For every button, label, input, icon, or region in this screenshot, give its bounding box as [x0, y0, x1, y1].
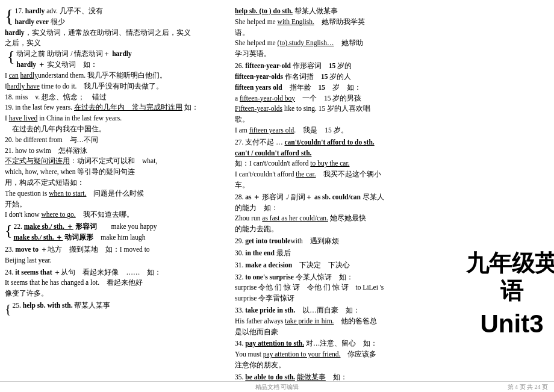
page-container: { 17. hardly adv. 几乎不、没有 hardly ever 很少 … — [0, 0, 554, 392]
footer-center-text: 精品文档 可编辑 — [255, 383, 299, 391]
entry-25-line1: 25. help sb. with sth. 帮某人某事 — [13, 300, 111, 311]
entry-25-content: 25. help sb. with sth. 帮某人某事 — [13, 300, 111, 311]
title-section: 九年级英语 Unit3 — [460, 6, 554, 387]
entry-28: 28. as ＋ 形容词 ./ 副词＋ as sb. could/can 尽某人… — [235, 192, 453, 235]
footer: 精品文档 可编辑 第 4 页 共 24 页 — [0, 381, 554, 392]
entry-help: help sb. (to ) do sth. 帮某人做某事 She helped… — [235, 6, 453, 60]
entry-26-line4: a fifteen-year-old boy 一个 15 岁的男孩 — [235, 93, 453, 104]
entry-34-line2: You must pay attention to your friend. 你… — [235, 349, 453, 360]
entry-17-line5: I can hardlyunderstand them. 我几乎不能听明白他们。 — [5, 70, 224, 81]
brace-22: { — [5, 223, 12, 238]
entry-19: 19. in the last few years. 在过去的几年内 常与完成时… — [5, 102, 224, 113]
entry-26-line3: fifteen years old 指年龄 15 岁 如： — [235, 82, 453, 93]
help-line5: 学习英语。 — [235, 49, 453, 60]
footer-right-text: 第 4 页 共 24 页 — [508, 383, 549, 391]
brace-25: { — [5, 302, 11, 316]
entry-27-line3: 如：I can't/couldn't afford to buy the car… — [235, 158, 453, 169]
entry-17-sub-content: 动词之前 助动词 / 情态动词＋ hardly hardly ＋ 实义动词 如： — [16, 49, 131, 70]
entry-17-sub1: 动词之前 助动词 / 情态动词＋ hardly — [16, 49, 131, 60]
brace-17b: { — [7, 49, 14, 64]
entry-26-line7: I am fifteen years old. 我是 15 岁。 — [235, 125, 453, 136]
entry-22-line2: make sb./ sth. ＋ 动词原形 make him laugh — [13, 232, 157, 243]
entry-19-example: I have lived in China in the last few ye… — [5, 113, 224, 124]
entry-26-line6: 歌。 — [235, 114, 453, 125]
entry-34: 34. pay attention to sth. 对…注意、留心 如： You… — [235, 338, 453, 370]
entry-17-line1: 17. hardly adv. 几乎不、没有 — [14, 6, 224, 17]
grade-title: 九年级英语 — [460, 250, 554, 305]
help-line3: 语。 — [235, 28, 453, 39]
entry-34-line1: 34. pay attention to sth. 对…注意、留心 如： — [235, 338, 453, 349]
unit-title: Unit3 — [481, 309, 544, 339]
help-line1: help sb. (to ) do sth. 帮某人做某事 — [235, 6, 453, 17]
entry-26: 26. fifteen-year-old 作形容词 15 岁的 fifteen-… — [235, 61, 453, 136]
entry-21e: The question is when to start. 问题是什么时候 — [5, 188, 224, 199]
entry-23: 23. move to ＋地方 搬到某地 如：I moved to Beijin… — [5, 244, 224, 266]
entry-17-line6: Ihardly have time to do it. 我几乎没有时间去做了。 — [5, 81, 224, 92]
entry-27-line5: 车。 — [235, 180, 453, 191]
entry-22: { 22. make sb./ sth. ＋ 形容词 make you happ… — [5, 222, 224, 243]
entry-25: { 25. help sb. with sth. 帮某人某事 — [5, 300, 224, 316]
entry-28-line1: 28. as ＋ 形容词 ./ 副词＋ as sb. could/can 尽某人 — [235, 192, 453, 203]
entry-32-line3: surprise 令李雷惊讶 — [235, 293, 453, 304]
entry-22-line1: 22. make sb./ sth. ＋ 形容词 make you happy — [13, 222, 157, 232]
entry-26-line2: fifteen-year-olds 作名词指 15 岁的人 — [235, 72, 453, 82]
entry-32: 32. to one's surprise 令某人惊讶 如： surprise … — [235, 272, 453, 304]
entry-33: 33. take pride in sth. 以…而自豪 如： His fath… — [235, 305, 453, 337]
entry-28-line2: 的能力 如： — [235, 203, 453, 214]
entry-33-line1: 33. take pride in sth. 以…而自豪 如： — [235, 305, 453, 316]
entry-17-line3: hardly，实义动词，通常放在助动词、情态动词之后，实义 — [5, 28, 224, 39]
entry-20: 20. be different from 与…不同 — [5, 135, 224, 146]
entry-17-sub2: hardly ＋ 实义动词 如： — [16, 60, 131, 70]
entry-23-line1: 23. move to ＋地方 搬到某地 如：I moved to — [5, 244, 224, 255]
entry-17-line4: 之后，实义 — [5, 38, 224, 49]
entry-17-content: 17. hardly adv. 几乎不、没有 hardly ever 很少 — [14, 6, 224, 28]
entry-27-line4: I can't/couldn't afford the car. 我买不起这个辆… — [235, 169, 453, 180]
help-line4: She helped me (to).study English… 她帮助 — [235, 38, 453, 49]
entry-24-line2: It seems that he has changed a lot. 看起来他… — [5, 278, 224, 288]
entry-29: 29. get into troublewith 遇到麻烦 — [235, 236, 453, 247]
entry-31: 31. make a decision 下决定 下决心 — [235, 260, 453, 271]
entry-28-line3: Zhou run as fast as her could/can. 她尽她最快 — [235, 213, 453, 224]
entry-27: 27. 支付不起 … can't/couldn't afford to do s… — [235, 137, 453, 191]
entry-34-line3: 注意你的朋友。 — [235, 360, 453, 371]
entry-24: 24. it seems that ＋从句 看起来好像 …… 如： It see… — [5, 267, 224, 299]
entry-24-line1: 24. it seems that ＋从句 看起来好像 …… 如： — [5, 267, 224, 278]
entry-26-line5: Fifteen-year-olds like to sing. 15 岁的人喜欢… — [235, 104, 453, 114]
entry-21c: which, how, where, when 等引导的疑问句连 — [5, 167, 224, 178]
entry-33-line3: 是以他而自豪 — [235, 327, 453, 338]
entry-22-content: 22. make sb./ sth. ＋ 形容词 make you happy … — [13, 222, 157, 243]
entry-23-line2: Beijing last year. — [5, 255, 224, 266]
entry-17-subbrace: { 动词之前 助动词 / 情态动词＋ hardly hardly ＋ 实义动词 … — [5, 49, 224, 70]
entry-17-line2: hardly ever 很少 — [14, 17, 224, 28]
entry-18: 18. miss v. 想念、惦念； 错过 — [5, 92, 224, 103]
entry-31-line1: 31. make a decision 下决定 下决心 — [235, 260, 453, 271]
entry-21: 21. how to swim 怎样游泳 — [5, 146, 224, 157]
entry-19-trans: 在过去的几年内我在中国住。 — [5, 124, 224, 135]
entry-26-line1: 26. fifteen-year-old 作形容词 15 岁的 — [235, 61, 453, 72]
entry-32-line2: surprise 令他 们 惊 讶 令他 们 惊 讶 to LiLei 's — [235, 282, 453, 293]
right-column: help sb. (to ) do sth. 帮某人做某事 She helped… — [232, 6, 455, 387]
entry-33-line2: His father always take pride in him. 他的爸… — [235, 316, 453, 327]
left-column: { 17. hardly adv. 几乎不、没有 hardly ever 很少 … — [5, 6, 228, 387]
brace-17: { — [5, 7, 13, 25]
entry-30: 30. in the end 最后 — [235, 248, 453, 259]
entry-21d: 用，构成不定式短语如： — [5, 178, 224, 188]
help-line2: She helped me with English. 她帮助我学英 — [235, 17, 453, 28]
entry-32-line1: 32. to one's surprise 令某人惊讶 如： — [235, 272, 453, 283]
entry-21g: I don't know where to go. 我不知道去哪。 — [5, 210, 224, 220]
entry-21b: 不定式与疑问词连用：动词不定式可以和 what, — [5, 156, 224, 167]
entry-17: { 17. hardly adv. 几乎不、没有 hardly ever 很少 … — [5, 6, 224, 220]
entry-27-line2: can't / couldn't afford sth. — [235, 148, 453, 159]
entry-29-line1: 29. get into troublewith 遇到麻烦 — [235, 236, 453, 247]
entry-21f: 开始。 — [5, 199, 224, 210]
entry-27-line1: 27. 支付不起 … can't/couldn't afford to do s… — [235, 137, 453, 148]
entry-28-line4: 的能力去跑。 — [235, 224, 453, 235]
entry-24-line3: 像变了许多。 — [5, 288, 224, 299]
entry-30-line1: 30. in the end 最后 — [235, 248, 453, 259]
